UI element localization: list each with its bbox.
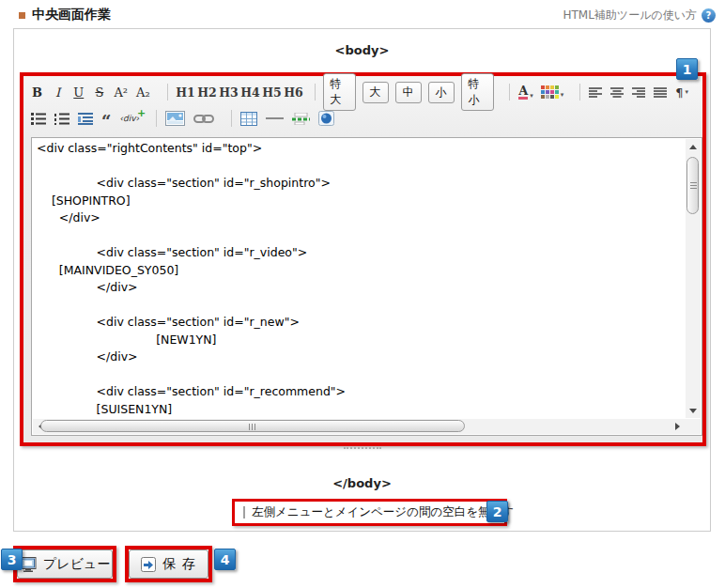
body-open-tag-label: <body> <box>13 43 711 57</box>
whitespace-option-row: 左側メニューとメインページの間の空白を無くす 2 <box>232 499 507 526</box>
chevron-down-icon: ▾ <box>686 88 689 96</box>
heading2-button[interactable]: H2 <box>198 85 217 100</box>
annotation-badge-3: 3 <box>1 549 23 570</box>
insert-media-button[interactable] <box>318 111 334 126</box>
remove-whitespace-checkbox[interactable] <box>243 506 245 518</box>
html-editor-block: B I U S A² A₂ H1 H2 H3 H4 H5 H6 特大 大 中 小… <box>20 72 706 446</box>
vertical-scrollbar[interactable] <box>686 139 701 418</box>
font-size-large-button[interactable]: 大 <box>362 82 389 103</box>
link-icon <box>193 114 214 124</box>
align-justify-icon <box>654 86 668 99</box>
toolbar-row-2: “ ‹div› + <box>31 104 697 132</box>
page: 中央画面作業 HTML補助ツールの使い方 ? <body> B I U S A²… <box>0 0 725 588</box>
save-button-frame: 保 存 <box>125 546 212 582</box>
editor-resize-grip[interactable] <box>344 447 381 451</box>
html-source-code[interactable]: <div class="rightContents" id="top"> <di… <box>37 140 683 416</box>
insert-image-button[interactable] <box>165 111 185 126</box>
superscript-button[interactable]: A² <box>114 85 128 100</box>
help-link-row[interactable]: HTML補助ツールの使い方 ? <box>563 8 716 23</box>
preview-button[interactable]: プレビュー <box>17 549 113 579</box>
underline-button[interactable]: U <box>72 85 85 100</box>
preview-button-frame: プレビュー <box>13 546 116 582</box>
heading6-button[interactable]: H6 <box>285 85 303 100</box>
font-size-medium-button[interactable]: 中 <box>395 82 422 103</box>
save-button-label: 保 存 <box>162 556 195 573</box>
annotation-badge-4: 4 <box>214 549 236 570</box>
insert-link-button[interactable] <box>193 114 214 124</box>
help-link[interactable]: HTML補助ツールの使い方 <box>563 8 697 23</box>
table-icon <box>240 112 257 126</box>
page-title-row: 中央画面作業 <box>19 7 111 23</box>
color-palette-button[interactable]: ▾ <box>541 85 564 99</box>
insert-div-button[interactable]: ‹div› + <box>119 114 139 123</box>
horizontal-rule-icon <box>266 115 284 122</box>
source-textarea[interactable]: <div class="rightContents" id="top"> <di… <box>31 137 702 436</box>
subscript-button[interactable]: A₂ <box>136 85 150 100</box>
chevron-down-icon: ▾ <box>530 92 533 100</box>
toolbar-separator <box>579 84 580 101</box>
align-justify-button[interactable] <box>654 86 668 99</box>
annotation-badge-1: 1 <box>676 58 698 80</box>
align-left-icon <box>589 86 603 99</box>
color-palette-icon <box>541 85 559 99</box>
indent-block-button[interactable] <box>78 112 93 125</box>
heading5-button[interactable]: H5 <box>263 85 282 100</box>
align-center-icon <box>610 86 625 99</box>
editor-toolbar: B I U S A² A₂ H1 H2 H3 H4 H5 H6 特大 大 中 小… <box>23 76 702 132</box>
bulleted-list-icon <box>31 112 46 125</box>
insert-table-button[interactable] <box>240 112 257 126</box>
save-button[interactable]: 保 存 <box>129 549 208 579</box>
toolbar-separator <box>231 110 232 127</box>
preview-button-label: プレビュー <box>43 556 110 573</box>
italic-button[interactable]: I <box>52 85 64 100</box>
heading3-button[interactable]: H3 <box>220 85 239 100</box>
indent-block-icon <box>78 112 93 125</box>
page-break-icon <box>292 113 310 125</box>
horizontal-rule-button[interactable] <box>266 115 284 122</box>
toolbar-separator <box>167 84 168 101</box>
toolbar-separator <box>156 110 157 127</box>
align-left-button[interactable] <box>589 86 603 99</box>
align-center-button[interactable] <box>610 86 625 99</box>
scroll-right-arrow[interactable] <box>670 419 685 434</box>
align-right-icon <box>632 86 646 99</box>
horizontal-scroll-thumb[interactable] <box>40 420 465 432</box>
bold-button[interactable]: B <box>31 85 43 100</box>
font-color-button[interactable]: A ▾ <box>518 85 533 100</box>
page-title: 中央画面作業 <box>32 7 111 23</box>
toolbar-separator <box>509 84 510 101</box>
font-size-small-button[interactable]: 小 <box>428 82 455 103</box>
help-question-icon[interactable]: ? <box>702 8 716 23</box>
font-color-icon: A <box>518 85 528 100</box>
heading1-button[interactable]: H1 <box>177 85 195 100</box>
align-right-button[interactable] <box>632 86 646 99</box>
save-icon <box>141 557 156 572</box>
body-close-tag-label: </body> <box>13 476 711 490</box>
chevron-down-icon: ▾ <box>561 91 564 99</box>
toolbar-separator <box>315 84 316 101</box>
scroll-down-arrow[interactable] <box>686 403 701 418</box>
numbered-list-icon <box>54 112 69 125</box>
numbered-list-button[interactable] <box>54 112 69 125</box>
bulleted-list-button[interactable] <box>31 112 46 125</box>
paragraph-direction-button[interactable]: ¶ ▾ <box>675 85 688 100</box>
font-size-xsmall-button[interactable]: 特小 <box>461 73 494 111</box>
heading4-button[interactable]: H4 <box>241 85 260 100</box>
annotation-badge-2: 2 <box>486 501 508 522</box>
blockquote-button[interactable]: “ <box>101 117 111 127</box>
strikethrough-button[interactable]: S <box>93 85 105 100</box>
scroll-up-arrow[interactable] <box>686 139 701 154</box>
pilcrow-icon: ¶ <box>675 85 683 100</box>
horizontal-scrollbar[interactable] <box>33 419 701 434</box>
title-bullet-icon <box>19 12 25 19</box>
vertical-scroll-thumb[interactable] <box>686 157 699 214</box>
media-globe-icon <box>318 111 334 126</box>
plus-icon: + <box>137 107 146 119</box>
toolbar-row-1: B I U S A² A₂ H1 H2 H3 H4 H5 H6 特大 大 中 小… <box>31 80 697 104</box>
image-icon <box>165 111 185 126</box>
remove-whitespace-label: 左側メニューとメインページの間の空白を無くす <box>252 504 514 520</box>
font-size-xlarge-button[interactable]: 特大 <box>323 73 356 111</box>
page-break-button[interactable] <box>292 113 310 125</box>
